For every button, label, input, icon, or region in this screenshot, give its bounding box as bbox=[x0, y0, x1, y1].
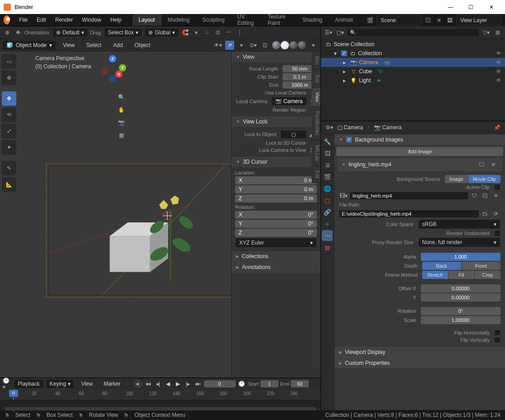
eye-icon[interactable]: 👁 bbox=[496, 59, 501, 66]
fm-crop-button[interactable]: Crop bbox=[475, 271, 500, 279]
clip-name-input[interactable] bbox=[350, 192, 468, 199]
depth-back-button[interactable]: Back bbox=[422, 262, 462, 270]
prop-tab-camera[interactable]: 📹 bbox=[322, 230, 333, 241]
maximize-button[interactable]: ☐ bbox=[461, 0, 481, 14]
keying-menu[interactable]: Keying ▾ bbox=[46, 379, 75, 389]
delete-scene-icon[interactable]: ✕ bbox=[434, 16, 444, 25]
n-tab-facebuilder[interactable]: FaceBuilder bbox=[311, 107, 321, 140]
axis-z-icon[interactable]: Z bbox=[109, 55, 116, 62]
annotations-header[interactable]: ▶Annotations bbox=[231, 262, 321, 273]
transform-tool[interactable]: ✦ bbox=[2, 140, 16, 155]
clock-icon[interactable]: 🕐 bbox=[237, 379, 246, 388]
axis-neg-icon[interactable] bbox=[101, 68, 108, 75]
add-image-button[interactable]: Add Image bbox=[336, 147, 503, 156]
fm-fit-button[interactable]: Fit bbox=[448, 271, 475, 279]
properties-editor-icon[interactable]: ⚙▾ bbox=[325, 123, 334, 132]
axis-neg-z-icon[interactable] bbox=[109, 75, 116, 82]
menu-edit[interactable]: Edit bbox=[32, 15, 51, 25]
start-frame-input[interactable] bbox=[260, 380, 278, 387]
gizmo-toggle-icon[interactable]: ↗ bbox=[225, 41, 234, 50]
overlay-toggle-icon[interactable]: ⊙ bbox=[213, 28, 222, 37]
view-panel-header[interactable]: ▼View⠿ bbox=[231, 52, 321, 62]
object-menu[interactable]: Object bbox=[130, 40, 155, 50]
move-tool[interactable]: ✥ bbox=[2, 91, 16, 106]
cursor-tool-icon[interactable]: ⊕ bbox=[3, 28, 12, 37]
timeline-view-menu[interactable]: View bbox=[76, 379, 97, 389]
render-undist-checkbox[interactable] bbox=[494, 230, 500, 236]
flip-h-checkbox[interactable] bbox=[494, 330, 500, 336]
reload-icon[interactable]: ⟳ bbox=[491, 209, 500, 218]
copy-scene-icon[interactable]: ⿻ bbox=[424, 16, 433, 25]
eye-icon[interactable]: 👁 bbox=[496, 77, 501, 84]
blender-logo-icon[interactable] bbox=[4, 15, 10, 24]
bg-visibility-icon[interactable]: 🖵 bbox=[477, 160, 486, 169]
filter-icon[interactable]: ▽▾ bbox=[481, 28, 491, 37]
source-image-button[interactable]: Image bbox=[445, 175, 468, 183]
timeline-ruler[interactable]: 0 20406080100120140160180200220240 bbox=[0, 390, 321, 400]
alpha-slider[interactable]: 1.000 bbox=[421, 253, 501, 261]
drag-dropdown[interactable]: Select Box ▾ bbox=[104, 28, 142, 38]
jump-next-key-icon[interactable]: |▸ bbox=[184, 380, 192, 388]
menu-help[interactable]: Help bbox=[106, 15, 126, 25]
minimize-button[interactable]: — bbox=[440, 0, 461, 14]
orientation-dropdown[interactable]: ⊕ Default ▾ bbox=[52, 28, 88, 38]
play-reverse-icon[interactable]: ◀ bbox=[164, 380, 172, 388]
scene-icon[interactable]: 🎬 bbox=[366, 16, 375, 25]
gizmo-settings-icon[interactable]: ▾ bbox=[237, 41, 246, 50]
jump-last-icon[interactable]: ⏭ bbox=[194, 380, 202, 388]
color-space-dropdown[interactable]: sRGB ▾ bbox=[418, 219, 501, 229]
collection-enable-checkbox[interactable] bbox=[341, 50, 347, 57]
options-icon[interactable]: ⋮ bbox=[235, 28, 244, 37]
viewport-display-header[interactable]: ▶Viewport Display bbox=[335, 347, 505, 358]
xray-icon[interactable]: ⊡ bbox=[260, 41, 269, 50]
workspace-tab-animation[interactable]: Animati bbox=[329, 14, 359, 26]
proportional-edit-icon[interactable]: ○ bbox=[203, 28, 212, 37]
workspace-tab-modeling[interactable]: Modeling bbox=[161, 14, 196, 26]
tree-item-camera[interactable]: ▸📷Camera📹👁 bbox=[321, 58, 505, 67]
overlay-toggle-icon[interactable]: ⊙▾ bbox=[249, 41, 258, 50]
tree-item-cube[interactable]: ▸▽Cube▽👁 bbox=[321, 67, 505, 76]
bg-scale-input[interactable]: 1.00000 bbox=[421, 316, 501, 324]
cursor-rot-z[interactable]: Z0° bbox=[235, 229, 317, 237]
snap-settings-icon[interactable]: ▾ bbox=[192, 28, 201, 37]
new-collection-icon[interactable]: ⊞ bbox=[493, 28, 502, 37]
local-camera-field[interactable]: 📷 Camera bbox=[272, 97, 306, 105]
cursor-loc-y[interactable]: Y0 m bbox=[235, 185, 317, 193]
tree-scene-collection[interactable]: 🗀Scene Collection bbox=[321, 40, 505, 49]
eye-icon[interactable]: 👁 bbox=[496, 68, 501, 75]
offset-y-input[interactable]: 0.00000 bbox=[421, 293, 501, 302]
jump-prev-key-icon[interactable]: ◂| bbox=[154, 380, 162, 388]
n-tab-tool[interactable]: Tool bbox=[311, 70, 321, 87]
pin-icon[interactable]: 📌 bbox=[492, 123, 501, 132]
scene-name-input[interactable]: Scene bbox=[377, 15, 422, 25]
tree-collection[interactable]: ▾🗀Collection👁 bbox=[321, 49, 505, 58]
prop-tab-output[interactable]: 🖼 bbox=[322, 148, 333, 159]
depth-front-button[interactable]: Front bbox=[462, 262, 500, 270]
ortho-nav-icon[interactable]: ▦ bbox=[116, 130, 126, 140]
prop-tab-modifiers[interactable]: 🔗 bbox=[322, 207, 333, 217]
n-tab-mblab[interactable]: MB-Lab bbox=[311, 141, 321, 166]
mode-selector[interactable]: 🧊 Object Mode ▾ bbox=[3, 41, 56, 50]
bg-images-enable-checkbox[interactable] bbox=[346, 137, 352, 143]
play-icon[interactable]: ▶ bbox=[174, 380, 182, 388]
remove-bg-icon[interactable]: ✕ bbox=[489, 160, 498, 169]
workspace-tab-shading[interactable]: Shading bbox=[296, 14, 329, 26]
bg-rotation-input[interactable]: 0° bbox=[421, 307, 501, 315]
rendered-shading-icon[interactable] bbox=[298, 41, 306, 49]
solid-shading-icon[interactable] bbox=[281, 41, 289, 49]
select-menu[interactable]: Select bbox=[82, 40, 106, 50]
view-lock-header[interactable]: ▼View Lock bbox=[231, 116, 321, 127]
euler-mode-dropdown[interactable]: XYZ Euler ▾ bbox=[235, 238, 317, 248]
cursor-panel-header[interactable]: ▼3D Cursor⠿ bbox=[231, 156, 321, 167]
viewport-3d[interactable]: ▭ ⊕ ✥ ⟲ ⤢ ✦ ✎ 📐 Camera Perspective (0) C… bbox=[0, 52, 321, 378]
timeline-marker-menu[interactable]: Marker bbox=[99, 379, 125, 389]
visibility-icon[interactable]: 👁▾ bbox=[213, 41, 222, 50]
cursor-loc-x[interactable]: X0 m bbox=[235, 176, 317, 184]
axis-gizmo[interactable]: Z Y X bbox=[99, 55, 126, 82]
workspace-tab-layout[interactable]: Layout bbox=[132, 14, 161, 26]
rotate-tool[interactable]: ⟲ bbox=[2, 108, 16, 122]
prop-tab-scene[interactable]: 🎬 bbox=[322, 171, 333, 182]
timeline-scrollbar[interactable] bbox=[0, 400, 321, 411]
snap-icon[interactable]: 🧲 bbox=[181, 28, 190, 37]
add-menu[interactable]: Add bbox=[109, 40, 127, 50]
